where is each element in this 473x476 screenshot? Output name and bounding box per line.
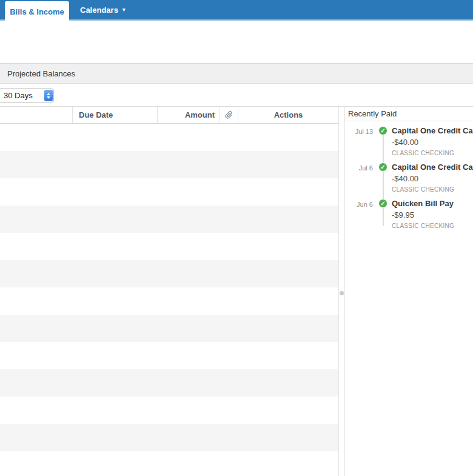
entry-date: Jul 13: [345, 128, 373, 135]
entry-amount: -$40.00: [392, 175, 473, 183]
column-header-amount[interactable]: Amount: [158, 107, 220, 123]
entry-payee: Capital One Credit Card: [392, 126, 473, 135]
check-circle-icon: ✓: [378, 199, 387, 208]
recently-paid-panel: Recently Paid Jul 13 ✓ Capital One Credi…: [345, 106, 473, 476]
arrow-down-icon: [47, 96, 50, 99]
entry-payee: Quicken Bill Pay: [392, 199, 473, 208]
top-tab-bar: Bills & Income Calendars ▾: [0, 0, 473, 21]
check-circle-icon: ✓: [378, 163, 387, 172]
column-header-actions: Actions: [238, 107, 339, 123]
entry-amount: -$40.00: [392, 138, 473, 147]
column-header-payee: [0, 107, 73, 123]
recently-paid-entry[interactable]: Jul 13 ✓ Capital One Credit Card -$40.00…: [345, 126, 473, 163]
tab-bills-income-label: Bills & Income: [10, 7, 64, 16]
projected-balances-header: Projected Balances: [0, 63, 473, 84]
recently-paid-entry[interactable]: Jun 6 ✓ Quicken Bill Pay -$9.95 CLASSIC …: [345, 199, 473, 235]
tab-calendars-label: Calendars: [80, 5, 118, 15]
splitter-handle-icon[interactable]: [340, 291, 344, 295]
bills-income-screen: Bills & Income Calendars ▾ Projected Bal…: [0, 0, 473, 476]
projected-balances-title: Projected Balances: [7, 69, 75, 78]
column-header-due-date[interactable]: Due Date: [73, 107, 158, 123]
arrow-up-icon: [47, 93, 50, 95]
recently-paid-list: Jul 13 ✓ Capital One Credit Card -$40.00…: [345, 121, 473, 235]
projection-range-select[interactable]: 30 Days: [0, 89, 54, 102]
entry-date: Jun 6: [345, 201, 373, 208]
paperclip-icon: [225, 111, 233, 119]
bills-table-body: [0, 124, 339, 476]
check-circle-icon: ✓: [378, 126, 387, 135]
entry-account: CLASSIC CHECKING: [392, 186, 473, 193]
tab-calendars[interactable]: Calendars ▾: [73, 0, 132, 19]
recently-paid-title: Recently Paid: [348, 109, 397, 118]
recently-paid-entry[interactable]: Jul 6 ✓ Capital One Credit Card -$40.00 …: [345, 163, 473, 199]
select-stepper-icon: [44, 90, 53, 101]
recently-paid-header: Recently Paid: [345, 107, 473, 121]
entry-account: CLASSIC CHECKING: [392, 223, 473, 229]
column-header-attachment: [220, 107, 238, 123]
tab-bills-income[interactable]: Bills & Income: [5, 1, 69, 22]
entry-account: CLASSIC CHECKING: [392, 150, 473, 156]
bills-table-header: Due Date Amount Actions: [0, 106, 339, 124]
entry-payee: Capital One Credit Card: [392, 163, 473, 172]
entry-date: Jul 6: [345, 164, 373, 172]
chevron-down-icon: ▾: [122, 7, 126, 13]
entry-amount: -$9.95: [392, 211, 473, 220]
panel-splitter[interactable]: [339, 106, 345, 476]
